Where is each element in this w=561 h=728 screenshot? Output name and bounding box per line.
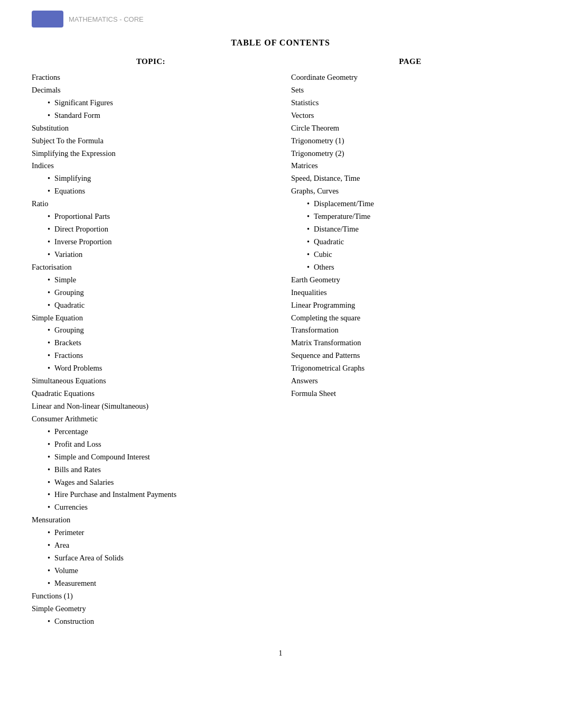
left-toc-item: Quadratic: [32, 299, 270, 312]
left-toc-item: Substitution: [32, 122, 270, 135]
right-toc-item: Transformation: [291, 324, 529, 337]
right-toc-item: Circle Theorem: [291, 122, 529, 135]
left-toc-item: Percentage: [32, 426, 270, 438]
left-toc-item: Measurement: [32, 577, 270, 590]
right-toc-item: Sequence and Patterns: [291, 349, 529, 362]
left-toc-item: Construction: [32, 615, 270, 628]
left-toc-item: Subject To the Formula: [32, 135, 270, 148]
left-toc-item: Simple and Compound Interest: [32, 451, 270, 464]
left-toc-item: Ratio: [32, 198, 270, 210]
logo-box: [32, 11, 63, 27]
left-toc-item: Bills and Rates: [32, 464, 270, 476]
left-items-container: FractionsDecimalsSignificant FiguresStan…: [32, 71, 270, 628]
page-title: TABLE OF CONTENTS: [32, 38, 529, 48]
left-toc-item: Fractions: [32, 71, 270, 84]
left-toc-item: Perimeter: [32, 527, 270, 539]
right-toc-item: Speed, Distance, Time: [291, 172, 529, 185]
left-toc-item: Factorisation: [32, 261, 270, 274]
left-toc-item: Simplifying the Expression: [32, 148, 270, 160]
right-toc-item: Cubic: [291, 248, 529, 261]
left-toc-item: Variation: [32, 248, 270, 261]
left-toc-item: Profit and Loss: [32, 438, 270, 451]
left-toc-item: Mensuration: [32, 514, 270, 527]
left-toc-item: Linear and Non-linear (Simultaneous): [32, 400, 270, 413]
right-toc-item: Vectors: [291, 109, 529, 122]
right-toc-item: Formula Sheet: [291, 388, 529, 400]
right-toc-item: Coordinate Geometry: [291, 71, 529, 84]
left-toc-item: Inverse Proportion: [32, 236, 270, 248]
right-toc-item: Distance/Time: [291, 223, 529, 236]
toc-container: TOPIC: FractionsDecimalsSignificant Figu…: [32, 57, 529, 628]
right-toc-item: Trigonometrical Graphs: [291, 362, 529, 375]
left-toc-item: Simplifying: [32, 172, 270, 185]
left-toc-item: Surface Area of Solids: [32, 552, 270, 565]
right-column-header: PAGE: [291, 57, 529, 66]
left-toc-item: Standard Form: [32, 109, 270, 122]
right-toc-item: Quadratic: [291, 236, 529, 248]
left-toc-item: Proportional Parts: [32, 210, 270, 223]
left-toc-item: Word Problems: [32, 362, 270, 375]
left-toc-item: Functions (1): [32, 590, 270, 603]
left-toc-item: Simple: [32, 274, 270, 287]
right-toc-item: Trigonometry (2): [291, 148, 529, 160]
left-toc-item: Equations: [32, 185, 270, 198]
right-toc-item: Graphs, Curves: [291, 185, 529, 198]
right-toc-item: Linear Programming: [291, 299, 529, 312]
page: MATHEMATICS - CORE TABLE OF CONTENTS TOP…: [0, 0, 561, 728]
right-column: PAGE Coordinate GeometrySetsStatisticsVe…: [280, 57, 529, 628]
left-toc-item: Fractions: [32, 349, 270, 362]
left-toc-item: Quadratic Equations: [32, 388, 270, 400]
right-toc-item: Matrix Transformation: [291, 337, 529, 349]
right-toc-item: Earth Geometry: [291, 274, 529, 287]
right-toc-item: Answers: [291, 375, 529, 388]
right-toc-item: Matrices: [291, 160, 529, 172]
left-toc-item: Volume: [32, 565, 270, 577]
left-toc-item: Area: [32, 539, 270, 552]
right-toc-item: Others: [291, 261, 529, 274]
left-column: TOPIC: FractionsDecimalsSignificant Figu…: [32, 57, 280, 628]
left-toc-item: Hire Purchase and Instalment Payments: [32, 489, 270, 501]
left-toc-item: Wages and Salaries: [32, 476, 270, 489]
right-toc-item: Statistics: [291, 97, 529, 109]
left-toc-item: Simultaneous Equations: [32, 375, 270, 388]
right-toc-item: Trigonometry (1): [291, 135, 529, 148]
right-items-container: Coordinate GeometrySetsStatisticsVectors…: [291, 71, 529, 400]
right-toc-item: Inequalities: [291, 287, 529, 299]
left-toc-item: Grouping: [32, 287, 270, 299]
right-toc-item: Sets: [291, 84, 529, 97]
left-toc-item: Simple Equation: [32, 312, 270, 325]
logo-area: MATHEMATICS - CORE: [32, 11, 529, 27]
left-toc-item: Grouping: [32, 324, 270, 337]
left-toc-item: Direct Proportion: [32, 223, 270, 236]
page-number: 1: [32, 649, 529, 658]
right-toc-item: Completing the square: [291, 312, 529, 325]
logo-text: MATHEMATICS - CORE: [69, 15, 144, 23]
right-toc-item: Temperature/Time: [291, 210, 529, 223]
left-toc-item: Significant Figures: [32, 97, 270, 109]
right-toc-item: Displacement/Time: [291, 198, 529, 210]
left-toc-item: Brackets: [32, 337, 270, 349]
left-toc-item: Decimals: [32, 84, 270, 97]
left-toc-item: Currencies: [32, 501, 270, 514]
left-toc-item: Simple Geometry: [32, 603, 270, 615]
left-column-header: TOPIC:: [32, 57, 270, 66]
left-toc-item: Indices: [32, 160, 270, 172]
left-toc-item: Consumer Arithmetic: [32, 413, 270, 426]
